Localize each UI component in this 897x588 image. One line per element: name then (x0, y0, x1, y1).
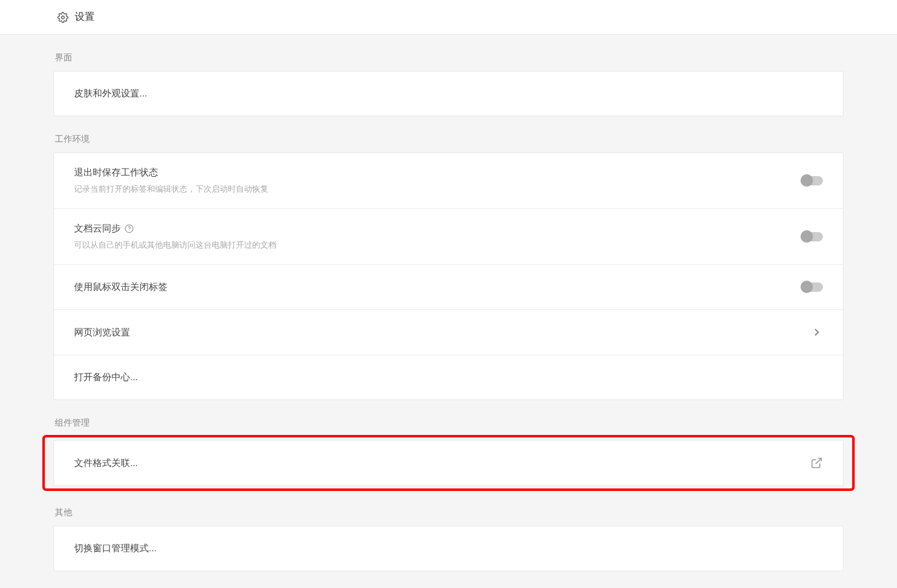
save-work-state-desc: 记录当前打开的标签和编辑状态，下次启动时自动恢复 (74, 184, 268, 195)
svg-point-0 (62, 16, 65, 19)
skin-appearance-row[interactable]: 皮肤和外观设置... (54, 72, 843, 116)
section-component-mgmt: 组件管理 文件格式关联... (54, 418, 843, 491)
section-other: 其他 切换窗口管理模式... (54, 507, 843, 571)
cloud-sync-toggle[interactable] (802, 232, 823, 241)
file-format-label: 文件格式关联... (74, 457, 138, 469)
help-icon[interactable] (124, 224, 134, 233)
file-format-row[interactable]: 文件格式关联... (54, 441, 843, 485)
double-click-close-toggle[interactable] (802, 282, 823, 292)
svg-line-3 (815, 459, 821, 464)
section-title-work-env: 工作环境 (54, 134, 843, 145)
section-title-interface: 界面 (54, 52, 843, 63)
highlight-annotation: 文件格式关联... (42, 435, 855, 491)
cloud-sync-label: 文档云同步 (74, 223, 121, 235)
save-work-state-label: 退出时保存工作状态 (74, 167, 268, 179)
save-work-state-toggle[interactable] (802, 176, 823, 185)
backup-center-row[interactable]: 打开备份中心... (54, 355, 843, 399)
double-click-close-row[interactable]: 使用鼠标双击关闭标签 (54, 265, 843, 310)
web-browse-label: 网页浏览设置 (74, 327, 130, 338)
backup-center-label: 打开备份中心... (74, 371, 138, 383)
web-browse-row[interactable]: 网页浏览设置 (54, 310, 843, 355)
section-title-component-mgmt: 组件管理 (54, 418, 843, 429)
section-title-other: 其他 (54, 507, 843, 518)
save-work-state-row[interactable]: 退出时保存工作状态 记录当前打开的标签和编辑状态，下次启动时自动恢复 (54, 153, 843, 209)
cloud-sync-row[interactable]: 文档云同步 可以从自己的手机或其他电脑访问这台电脑打开过的文档 (54, 209, 843, 265)
external-link-icon (810, 457, 823, 469)
double-click-close-label: 使用鼠标双击关闭标签 (74, 281, 167, 293)
skin-appearance-label: 皮肤和外观设置... (74, 88, 148, 100)
chevron-right-icon (810, 326, 823, 338)
page-title: 设置 (75, 11, 95, 24)
section-work-env: 工作环境 退出时保存工作状态 记录当前打开的标签和编辑状态，下次启动时自动恢复 … (54, 134, 843, 400)
section-interface: 界面 皮肤和外观设置... (54, 52, 843, 116)
header-bar: 设置 (0, 0, 897, 35)
cloud-sync-desc: 可以从自己的手机或其他电脑访问这台电脑打开过的文档 (74, 240, 276, 251)
window-mode-row[interactable]: 切换窗口管理模式... (54, 526, 843, 571)
window-mode-label: 切换窗口管理模式... (74, 543, 157, 554)
gear-icon (57, 12, 68, 23)
